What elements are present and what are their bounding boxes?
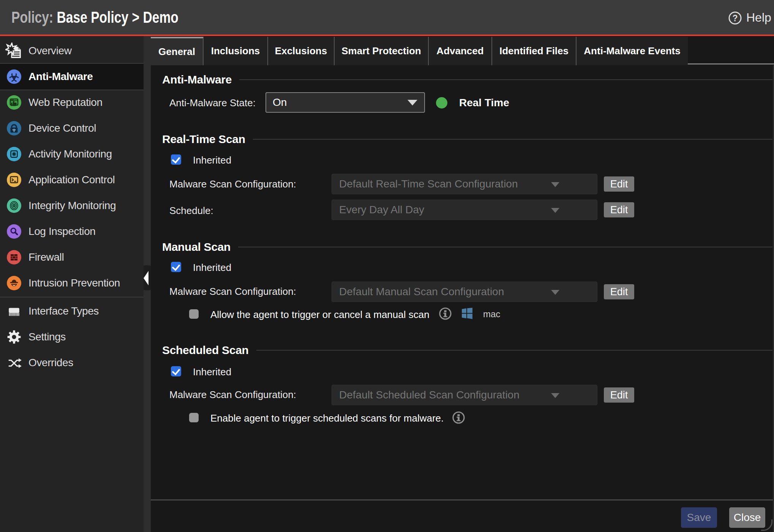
svg-text:?: ? <box>732 13 738 23</box>
